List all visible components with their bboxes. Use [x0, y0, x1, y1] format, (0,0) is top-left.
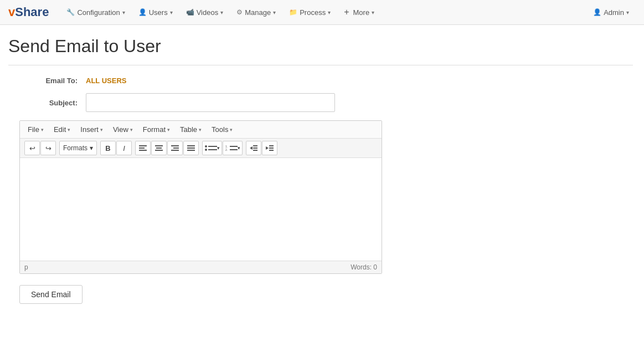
align-right-button[interactable]: [167, 141, 183, 155]
redo-button[interactable]: ↪: [40, 141, 56, 155]
send-email-button[interactable]: Send Email: [19, 285, 83, 304]
format-menu-caret: ▾: [167, 127, 170, 133]
email-to-label: Email To:: [14, 77, 86, 85]
nav-item-users[interactable]: 👤 Users ▾: [132, 0, 179, 25]
editor-menu-view-label: View: [113, 125, 128, 134]
admin-user-icon: 👤: [593, 8, 601, 16]
nav-item-more[interactable]: + More ▾: [337, 0, 381, 25]
svg-text:2.: 2.: [225, 148, 228, 151]
numbered-list-button[interactable]: 1. 2. ▾: [223, 141, 243, 155]
align-right-icon: [171, 145, 179, 151]
plus-icon: +: [344, 7, 349, 17]
nav-items: 🔧 Configuration ▾ 👤 Users ▾ 📹 Videos ▾ ⚙…: [60, 0, 586, 25]
svg-rect-4: [156, 147, 162, 149]
nav-item-process[interactable]: 📁 Process ▾: [282, 0, 337, 25]
editor-menu-edit-label: Edit: [54, 125, 66, 134]
admin-caret: ▾: [626, 9, 629, 16]
svg-marker-24: [266, 146, 269, 150]
brand-v: v: [8, 5, 15, 19]
nav-right: 👤 Admin ▾: [586, 0, 636, 25]
manage-icon: ⚙: [236, 8, 243, 16]
outdent-button[interactable]: [246, 141, 261, 155]
nav-process-label: Process: [300, 8, 326, 17]
bullet-list-button[interactable]: ▾: [202, 141, 222, 155]
align-group: [135, 141, 199, 155]
svg-rect-6: [171, 145, 179, 146]
editor-menu-edit[interactable]: Edit ▾: [49, 123, 75, 136]
manage-caret: ▾: [273, 9, 276, 16]
form-area: Email To: ALL USERS Subject: File ▾ Edit…: [14, 77, 633, 304]
indent-button[interactable]: [262, 141, 277, 155]
more-caret: ▾: [372, 9, 374, 16]
svg-rect-1: [139, 147, 145, 149]
undo-button[interactable]: ↩: [24, 141, 40, 155]
element-indicator: p: [24, 263, 28, 271]
align-justify-button[interactable]: [183, 141, 199, 155]
nav-item-manage[interactable]: ⚙ Manage ▾: [230, 0, 282, 25]
word-count: Words: 0: [351, 263, 377, 271]
align-left-button[interactable]: [135, 141, 151, 155]
editor-menu-file[interactable]: File ▾: [23, 123, 48, 136]
folder-icon: 📁: [289, 8, 297, 16]
subject-input[interactable]: [86, 93, 335, 112]
nav-manage-label: Manage: [245, 8, 271, 17]
nav-admin-label: Admin: [604, 8, 624, 17]
svg-rect-3: [155, 145, 163, 146]
file-menu-caret: ▾: [41, 127, 44, 133]
navbar: vShare 🔧 Configuration ▾ 👤 Users ▾ 📹 Vid…: [0, 0, 644, 25]
users-caret: ▾: [170, 9, 173, 16]
nav-item-admin[interactable]: 👤 Admin ▾: [586, 0, 636, 25]
email-to-value: ALL USERS: [86, 77, 126, 85]
nav-videos-label: Videos: [197, 8, 219, 17]
table-menu-caret: ▾: [199, 127, 202, 133]
svg-rect-27: [269, 150, 274, 151]
send-button-row: Send Email: [19, 285, 633, 304]
configuration-caret: ▾: [122, 9, 125, 16]
editor-menu-file-label: File: [28, 125, 39, 134]
insert-menu-caret: ▾: [100, 127, 103, 133]
nav-users-label: Users: [149, 8, 168, 17]
subject-row: Subject:: [14, 93, 633, 112]
svg-rect-0: [139, 145, 147, 146]
align-center-button[interactable]: [151, 141, 167, 155]
editor-menu-format[interactable]: Format ▾: [138, 123, 174, 136]
editor-menu-insert[interactable]: Insert ▾: [76, 123, 107, 136]
rich-text-editor: File ▾ Edit ▾ Insert ▾ View ▾ Format ▾: [19, 120, 382, 274]
italic-button[interactable]: I: [116, 141, 132, 155]
align-center-icon: [155, 145, 163, 151]
numbered-list-caret: ▾: [238, 145, 240, 151]
edit-menu-caret: ▾: [68, 127, 70, 133]
editor-menubar: File ▾ Edit ▾ Insert ▾ View ▾ Format ▾: [20, 121, 382, 139]
editor-menu-format-label: Format: [143, 125, 166, 134]
brand-share: Share: [15, 5, 49, 19]
svg-rect-15: [208, 149, 217, 150]
bold-button[interactable]: B: [100, 141, 116, 155]
align-left-icon: [139, 145, 147, 151]
editor-menu-table[interactable]: Table ▾: [176, 123, 206, 136]
svg-rect-13: [208, 146, 217, 147]
editor-menu-view[interactable]: View ▾: [109, 123, 137, 136]
view-menu-caret: ▾: [130, 127, 133, 133]
indent-group: [246, 141, 277, 155]
numbered-list-icon: 1. 2.: [225, 145, 238, 151]
svg-rect-5: [155, 150, 163, 151]
svg-rect-8: [171, 150, 179, 151]
editor-toolbar: ↩ ↪ Formats ▾ B I: [20, 139, 382, 158]
editor-body[interactable]: [20, 158, 382, 261]
svg-rect-23: [253, 150, 257, 151]
page-title: Send Email to User: [8, 36, 633, 65]
editor-menu-table-label: Table: [180, 125, 197, 134]
subject-label: Subject:: [14, 99, 86, 107]
brand-logo[interactable]: vShare: [8, 5, 49, 19]
nav-more-label: More: [353, 8, 370, 17]
formats-dropdown[interactable]: Formats ▾: [59, 141, 97, 155]
bold-icon: B: [105, 144, 110, 152]
editor-menu-tools[interactable]: Tools ▾: [207, 123, 237, 136]
bullet-list-icon: [205, 145, 217, 151]
nav-item-videos[interactable]: 📹 Videos ▾: [179, 0, 230, 25]
svg-point-14: [205, 149, 207, 151]
svg-rect-21: [253, 145, 257, 146]
italic-icon: I: [123, 144, 125, 152]
svg-rect-10: [187, 147, 195, 149]
nav-item-configuration[interactable]: 🔧 Configuration ▾: [60, 0, 131, 25]
